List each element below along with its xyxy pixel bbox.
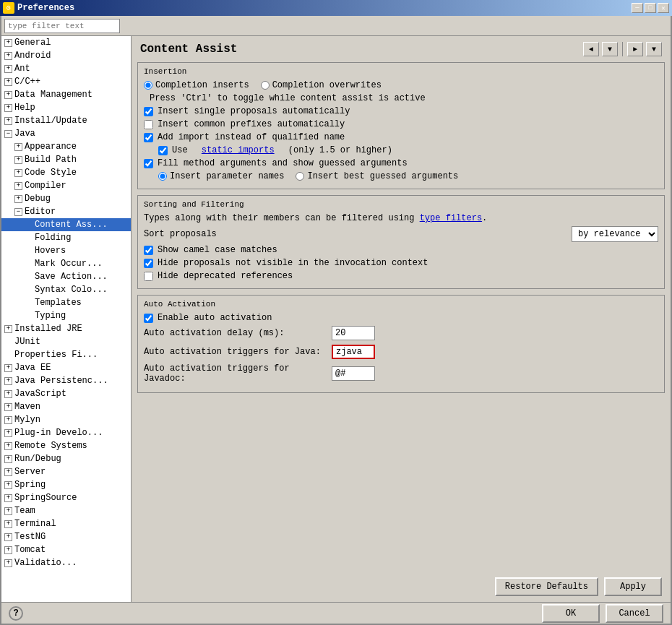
sidebar-item-help[interactable]: +Help bbox=[1, 101, 131, 114]
javadoc-triggers-input[interactable] bbox=[332, 366, 375, 381]
tree-expand-icon[interactable]: + bbox=[4, 91, 12, 99]
completion-overwrites-label[interactable]: Completion overwrites bbox=[261, 80, 382, 90]
sidebar-item-installUpdate[interactable]: +Install/Update bbox=[1, 114, 131, 127]
tree-expand-icon[interactable]: + bbox=[4, 416, 12, 424]
tree-expand-icon[interactable]: − bbox=[14, 208, 22, 216]
sidebar-item-javaPersistence[interactable]: +Java Persistenc... bbox=[1, 374, 131, 387]
hide-not-visible-checkbox[interactable] bbox=[144, 259, 153, 268]
sidebar-item-debug[interactable]: +Debug bbox=[1, 192, 131, 205]
nav-back-button[interactable]: ◄ bbox=[583, 42, 599, 56]
tree-expand-icon[interactable]: + bbox=[4, 546, 12, 554]
insert-common-prefixes-checkbox[interactable] bbox=[144, 120, 153, 129]
add-import-checkbox[interactable] bbox=[144, 133, 153, 142]
sidebar-item-junit[interactable]: JUnit bbox=[1, 335, 131, 348]
tree-expand-icon[interactable]: + bbox=[4, 507, 12, 515]
tree-expand-icon[interactable]: + bbox=[14, 156, 22, 164]
tree-expand-icon[interactable]: + bbox=[4, 559, 12, 567]
minimize-button[interactable]: ─ bbox=[632, 3, 643, 13]
sidebar-item-testNG[interactable]: +TestNG bbox=[1, 530, 131, 543]
sidebar-item-editor[interactable]: −Editor bbox=[1, 205, 131, 218]
nav-dropdown2-button[interactable]: ▼ bbox=[646, 42, 662, 56]
sidebar-item-saveAction[interactable]: Save Action... bbox=[1, 270, 131, 283]
sidebar-item-codeStyle[interactable]: +Code Style bbox=[1, 166, 131, 179]
sidebar-item-javaEE[interactable]: +Java EE bbox=[1, 361, 131, 374]
sidebar-item-tomcat[interactable]: +Tomcat bbox=[1, 543, 131, 556]
sidebar-item-folding[interactable]: Folding bbox=[1, 231, 131, 244]
tree-expand-icon[interactable]: + bbox=[4, 117, 12, 125]
nav-forward-button[interactable]: ► bbox=[627, 42, 643, 56]
tree-expand-icon[interactable]: + bbox=[4, 533, 12, 541]
insert-best-guessed-radio[interactable] bbox=[296, 172, 304, 181]
tree-expand-icon[interactable]: + bbox=[4, 364, 12, 372]
use-static-imports-checkbox[interactable] bbox=[158, 146, 168, 155]
sidebar-item-springSource[interactable]: +SpringSource bbox=[1, 491, 131, 504]
filter-input[interactable] bbox=[4, 19, 120, 33]
sidebar-item-terminal[interactable]: +Terminal bbox=[1, 517, 131, 530]
activation-delay-input[interactable] bbox=[332, 326, 375, 340]
tree-expand-icon[interactable]: + bbox=[4, 39, 12, 47]
tree-expand-icon[interactable]: + bbox=[4, 403, 12, 411]
tree-expand-icon[interactable]: + bbox=[4, 65, 12, 73]
tree-expand-icon[interactable]: + bbox=[4, 104, 12, 112]
sidebar-item-compiler[interactable]: +Compiler bbox=[1, 179, 131, 192]
sidebar-item-propertiesFile[interactable]: Properties Fi... bbox=[1, 348, 131, 361]
tree-expand-icon[interactable]: + bbox=[4, 494, 12, 502]
sidebar-item-syntaxColor[interactable]: Syntax Colo... bbox=[1, 283, 131, 296]
sidebar-item-validation[interactable]: +Validatio... bbox=[1, 556, 131, 569]
sidebar-item-android[interactable]: +Android bbox=[1, 49, 131, 62]
tree-expand-icon[interactable]: + bbox=[14, 195, 22, 203]
apply-button[interactable]: Apply bbox=[604, 577, 662, 596]
nav-dropdown1-button[interactable]: ▼ bbox=[602, 42, 618, 56]
insert-param-names-label[interactable]: Insert parameter names bbox=[158, 171, 284, 181]
insert-best-guessed-label[interactable]: Insert best guessed arguments bbox=[296, 171, 458, 181]
java-triggers-input[interactable] bbox=[332, 345, 375, 359]
show-camel-case-checkbox[interactable] bbox=[144, 246, 153, 255]
tree-expand-icon[interactable]: + bbox=[4, 455, 12, 463]
maximize-button[interactable]: □ bbox=[645, 3, 656, 13]
sidebar-item-buildPath[interactable]: +Build Path bbox=[1, 153, 131, 166]
tree-expand-icon[interactable]: + bbox=[4, 442, 12, 450]
tree-expand-icon[interactable]: + bbox=[14, 182, 22, 190]
sidebar-item-maven[interactable]: +Maven bbox=[1, 400, 131, 413]
restore-defaults-button[interactable]: Restore Defaults bbox=[495, 577, 598, 596]
static-imports-link[interactable]: static imports bbox=[202, 145, 275, 155]
tree-expand-icon[interactable]: + bbox=[4, 377, 12, 385]
sidebar-item-typing[interactable]: Typing bbox=[1, 309, 131, 322]
tree-expand-icon[interactable]: + bbox=[4, 429, 12, 437]
completion-inserts-radio[interactable] bbox=[144, 81, 152, 90]
tree-expand-icon[interactable]: + bbox=[4, 390, 12, 398]
sidebar-item-java[interactable]: −Java bbox=[1, 127, 131, 140]
sidebar-item-javaScript[interactable]: +JavaScript bbox=[1, 387, 131, 400]
sidebar-item-spring[interactable]: +Spring bbox=[1, 478, 131, 491]
completion-overwrites-radio[interactable] bbox=[261, 81, 270, 90]
enable-auto-activation-checkbox[interactable] bbox=[144, 314, 153, 323]
help-icon[interactable]: ? bbox=[9, 606, 23, 621]
ok-button[interactable]: OK bbox=[542, 604, 600, 623]
type-filters-link[interactable]: type filters bbox=[420, 213, 482, 223]
hide-deprecated-checkbox[interactable] bbox=[144, 272, 153, 281]
sidebar-item-installedJRE[interactable]: +Installed JRE bbox=[1, 322, 131, 335]
sidebar-item-templates[interactable]: Templates bbox=[1, 296, 131, 309]
sidebar-item-appearance[interactable]: +Appearance bbox=[1, 140, 131, 153]
close-button[interactable]: ✕ bbox=[658, 3, 669, 13]
cancel-button[interactable]: Cancel bbox=[606, 604, 663, 623]
sidebar-item-contentAssist[interactable]: Content Ass... bbox=[1, 218, 131, 231]
tree-expand-icon[interactable]: + bbox=[4, 468, 12, 476]
sidebar-item-runDebug[interactable]: +Run/Debug bbox=[1, 452, 131, 465]
tree-expand-icon[interactable]: + bbox=[4, 325, 12, 333]
tree-expand-icon[interactable]: + bbox=[4, 52, 12, 60]
fill-method-args-checkbox[interactable] bbox=[144, 159, 153, 168]
insert-param-names-radio[interactable] bbox=[158, 172, 167, 181]
sort-proposals-select[interactable]: by relevance alphabetically bbox=[572, 226, 658, 242]
sidebar-item-mylyn[interactable]: +Mylyn bbox=[1, 413, 131, 426]
sidebar-item-remoteSystems[interactable]: +Remote Systems bbox=[1, 439, 131, 452]
completion-inserts-label[interactable]: Completion inserts bbox=[144, 80, 249, 90]
sidebar-item-hovers[interactable]: Hovers bbox=[1, 244, 131, 257]
tree-expand-icon[interactable]: + bbox=[4, 78, 12, 86]
sidebar-item-markOccur[interactable]: Mark Occur... bbox=[1, 257, 131, 270]
tree-expand-icon[interactable]: + bbox=[14, 143, 22, 151]
sidebar-item-general[interactable]: +General bbox=[1, 36, 131, 49]
sidebar-item-cpp[interactable]: +C/C++ bbox=[1, 75, 131, 88]
insert-single-proposals-checkbox[interactable] bbox=[144, 107, 153, 116]
tree-expand-icon[interactable]: − bbox=[4, 130, 12, 138]
